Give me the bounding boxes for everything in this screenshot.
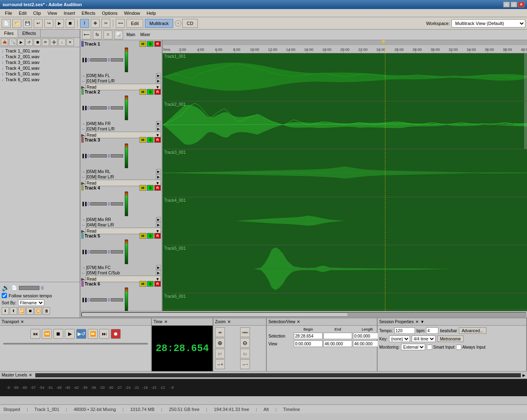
transport-to-end[interactable]: ⏭ [99, 329, 109, 339]
follow-tempo-checkbox[interactable] [2, 293, 7, 298]
close-button[interactable]: ✕ [518, 2, 525, 7]
track-solo-5[interactable]: S [147, 233, 154, 239]
transport-rewind[interactable]: ⏪ [42, 329, 52, 339]
vol-slider-2[interactable] [90, 106, 107, 110]
send1-expand-2[interactable]: ▶ [156, 121, 161, 126]
track-solo-6[interactable]: S [147, 281, 154, 287]
zoom-close[interactable]: ✕ [227, 320, 231, 324]
track-mute-2[interactable]: M [140, 89, 146, 95]
transport-record[interactable]: ⏺ [111, 329, 121, 339]
menu-view[interactable]: View [44, 10, 61, 16]
vol-slider-5[interactable] [90, 250, 107, 253]
mixer-tab[interactable]: Mixer [139, 32, 152, 37]
advanced-button[interactable]: Advanced... [459, 327, 486, 334]
master-scroll-track[interactable] [36, 374, 520, 377]
pan-slider-2[interactable] [111, 106, 123, 110]
send1-expand-4[interactable]: ▶ [156, 217, 161, 222]
session-close[interactable]: ✕ [415, 320, 419, 324]
time-sig-select[interactable]: 4/4 time [412, 336, 435, 342]
metronome-button[interactable]: Metronome [437, 336, 464, 342]
file-item-4[interactable]: ♪ Track 4_001.wav [1, 65, 79, 71]
zoom-out-sel[interactable]: ⊖ [240, 338, 250, 348]
panel-btn-autoplay[interactable]: ⟳ [42, 39, 49, 46]
panel-btn-stop[interactable]: ⏹ [34, 39, 41, 46]
menu-window[interactable]: Window [121, 10, 143, 16]
track-solo-1[interactable]: S [147, 41, 154, 47]
tempo-input[interactable] [394, 327, 415, 334]
panel-btn-import[interactable]: 📥 [1, 39, 8, 46]
transport-close[interactable]: ✕ [21, 320, 24, 324]
mode-edit-button[interactable]: Edit [126, 19, 143, 28]
send1-expand-1[interactable]: ▶ [156, 73, 161, 78]
track-mute-3[interactable]: M [140, 137, 146, 143]
zoom-in-sel[interactable]: ⊕ [215, 338, 225, 348]
track-mute-4[interactable]: M [140, 185, 146, 191]
footer-btn-1[interactable]: ⬇ [2, 307, 9, 315]
file-item-3[interactable]: ♪ Track 3_001.wav [1, 59, 79, 65]
always-input-checkbox[interactable] [456, 345, 461, 350]
vol-slider-1[interactable] [90, 58, 107, 62]
tool-open[interactable]: 📂 [12, 19, 21, 28]
footer-btn-2[interactable]: ⬆ [10, 307, 17, 315]
transport-play-loop[interactable]: ▶↺ [76, 329, 86, 339]
track-header-eq[interactable]: = [103, 30, 112, 39]
send2-expand-4[interactable]: ▶ [156, 222, 161, 227]
maximize-button[interactable]: □ [511, 2, 517, 7]
panel-btn-play[interactable]: ▶ [17, 39, 25, 46]
zoom-h-in[interactable]: ↕↑ [215, 349, 225, 358]
send2-expand-3[interactable]: ▶ [156, 174, 161, 179]
selection-close[interactable]: ✕ [297, 320, 300, 324]
track-header-back[interactable]: ⟵ [82, 30, 91, 39]
transport-ff[interactable]: ⏩ [88, 329, 98, 339]
menu-options[interactable]: Options [99, 10, 121, 16]
send2-expand-2[interactable]: ▶ [156, 126, 161, 131]
panel-btn-loop[interactable]: ↺ [25, 39, 33, 46]
mode-expand-4[interactable]: ▶ [81, 229, 85, 233]
menu-effects[interactable]: Effects [78, 10, 99, 16]
sort-by-select[interactable]: Filename [18, 299, 44, 306]
zoom-v-in[interactable]: ↔+ [215, 359, 225, 369]
waveform-track-3[interactable]: Track3_001 [163, 149, 527, 197]
panel-btn-delete[interactable]: ✕ [66, 39, 74, 46]
tool-save[interactable]: 💾 [23, 19, 32, 28]
mode-expand-5[interactable]: ▶ [81, 277, 85, 281]
view-begin-input[interactable] [294, 340, 323, 347]
track-rec-4[interactable]: R [154, 185, 161, 191]
send2-expand-1[interactable]: ▶ [156, 78, 161, 83]
footer-btn-3[interactable]: 🔁 [18, 307, 25, 315]
track-solo-4[interactable]: S [147, 185, 154, 191]
waveform-track-6[interactable]: Track6_001 [163, 293, 527, 311]
send1-expand-3[interactable]: ▶ [156, 169, 161, 174]
send1-expand-5[interactable]: ▶ [156, 265, 161, 270]
volume-indicator[interactable] [19, 286, 39, 290]
pan-slider-4[interactable] [111, 202, 123, 205]
menu-insert[interactable]: Insert [60, 10, 78, 16]
mode-expand-3[interactable]: ▶ [81, 181, 85, 185]
panel-btn-insert[interactable]: ➕ [50, 39, 57, 46]
tab-files[interactable]: Files [0, 30, 18, 37]
vol-slider-6[interactable] [90, 298, 107, 301]
track-rec-2[interactable]: R [154, 89, 161, 95]
tool-stop[interactable]: ⏹ [66, 19, 75, 28]
track-mute-1[interactable]: M [140, 41, 146, 47]
sel-begin-input[interactable] [294, 333, 323, 339]
zoom-in-h[interactable]: ⇒⇐ [240, 327, 250, 337]
tool-move[interactable]: ✥ [91, 19, 100, 28]
track-rec-6[interactable]: R [154, 281, 161, 287]
file-item-5[interactable]: ♪ Track 5_001.wav [1, 71, 79, 77]
track-rec-1[interactable]: R [154, 41, 161, 47]
master-scroll[interactable] [35, 373, 521, 377]
track-header-level[interactable]: 📊 [114, 30, 123, 39]
waveform-track-5[interactable]: Track5_001 [163, 245, 527, 293]
minimize-button[interactable]: − [503, 2, 510, 7]
track-rec-3[interactable]: R [154, 137, 161, 143]
smart-input-checkbox[interactable] [427, 345, 432, 350]
transport-to-start[interactable]: ⏮ [30, 329, 40, 339]
menu-help[interactable]: Help [143, 10, 159, 16]
zoom-v-out[interactable]: ↔− [240, 359, 250, 369]
mode-multitrack-button[interactable]: Multitrack [145, 19, 173, 28]
mode-expand-2[interactable]: ▶ [81, 133, 85, 137]
track-header-fx[interactable]: fx [93, 30, 102, 39]
waveform-track-1[interactable]: Track1_001 [163, 53, 527, 101]
file-item-2[interactable]: ♪ Track 2_001.wav [1, 54, 79, 59]
